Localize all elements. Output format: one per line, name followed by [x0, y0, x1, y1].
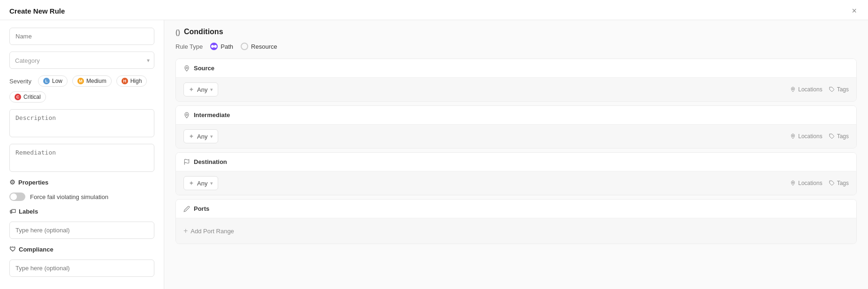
- source-tags-icon: [829, 87, 835, 92]
- high-label: High: [130, 78, 142, 84]
- destination-icon: [183, 159, 190, 165]
- severity-critical-badge[interactable]: C Critical: [9, 91, 46, 103]
- source-locations-label: Locations: [798, 86, 822, 93]
- svg-point-4: [792, 135, 794, 137]
- rule-type-row: Rule Type Path Resource: [175, 43, 857, 50]
- destination-body: ✦ Any ▾ Locations: [176, 171, 856, 195]
- svg-point-0: [186, 67, 188, 69]
- svg-point-7: [792, 182, 794, 184]
- intermediate-any-label: Any: [197, 133, 207, 140]
- rule-type-resource[interactable]: Resource: [241, 43, 277, 50]
- intermediate-location-icon: [790, 133, 796, 139]
- severity-row: Severity L Low M Medium H High C Critica…: [9, 75, 154, 103]
- compliance-label: Compliance: [19, 246, 53, 253]
- source-icon: [183, 65, 190, 72]
- add-port-range-button[interactable]: + Add Port Range: [183, 223, 234, 239]
- destination-tags-button[interactable]: Tags: [829, 180, 849, 186]
- conditions-icon: (): [175, 28, 180, 36]
- toggle-label: Force fail violating simulation: [30, 193, 108, 200]
- properties-label: Properties: [18, 179, 48, 186]
- medium-label: Medium: [86, 78, 107, 84]
- rule-type-label: Rule Type: [175, 43, 203, 50]
- destination-asterisk-icon: ✦: [189, 179, 194, 187]
- severity-high-badge[interactable]: H High: [116, 75, 147, 87]
- severity-label: Severity: [9, 78, 31, 85]
- source-asterisk-icon: ✦: [189, 86, 194, 93]
- properties-icon: ⚙: [9, 178, 15, 186]
- critical-dot: C: [15, 94, 21, 100]
- description-input[interactable]: [9, 109, 154, 137]
- path-radio-circle: [210, 43, 218, 50]
- source-locations-button[interactable]: Locations: [790, 86, 822, 93]
- category-select-wrapper: ▾ Category: [9, 52, 154, 69]
- resource-radio-circle: [241, 43, 248, 50]
- path-label: Path: [221, 43, 233, 50]
- low-label: Low: [52, 78, 62, 84]
- force-fail-toggle[interactable]: [9, 193, 25, 201]
- intermediate-tags-button[interactable]: Tags: [829, 133, 849, 140]
- intermediate-tags-label: Tags: [837, 133, 849, 140]
- compliance-section-header: 🛡 Compliance: [9, 245, 154, 253]
- svg-point-1: [792, 89, 794, 90]
- ports-section: Ports + Add Port Range: [175, 199, 857, 244]
- severity-medium-badge[interactable]: M Medium: [72, 75, 112, 87]
- intermediate-tags-icon: [829, 133, 835, 139]
- intermediate-header: Intermediate: [176, 106, 856, 125]
- rule-type-path[interactable]: Path: [210, 43, 233, 50]
- name-input[interactable]: [9, 28, 154, 45]
- destination-locations-button[interactable]: Locations: [790, 180, 822, 186]
- conditions-label: Conditions: [184, 28, 223, 36]
- ports-header: Ports: [176, 200, 856, 218]
- destination-location-icon: [790, 180, 796, 186]
- destination-section: Destination ✦ Any ▾: [175, 152, 857, 195]
- severity-low-badge[interactable]: L Low: [38, 75, 68, 87]
- ports-body: + Add Port Range: [176, 218, 856, 244]
- source-any-row: ✦ Any ▾ Locations: [183, 82, 849, 96]
- ports-icon: [183, 206, 190, 212]
- source-any-label: Any: [197, 86, 207, 93]
- destination-any-selector[interactable]: ✦ Any ▾: [183, 176, 218, 190]
- right-panel: () Conditions Rule Type Path Resource: [164, 20, 868, 289]
- intermediate-asterisk-icon: ✦: [189, 133, 194, 140]
- properties-section-header: ⚙ Properties: [9, 178, 154, 186]
- high-dot: H: [122, 78, 128, 84]
- destination-any-label: Any: [197, 180, 207, 187]
- modal-header: Create New Rule ×: [0, 0, 868, 20]
- intermediate-any-selector[interactable]: ✦ Any ▾: [183, 129, 218, 143]
- source-any-selector[interactable]: ✦ Any ▾: [183, 82, 218, 96]
- compliance-input[interactable]: [9, 259, 154, 277]
- intermediate-actions: Locations Tags: [790, 133, 849, 140]
- create-rule-modal: Create New Rule × ▾ Category Severity L …: [0, 0, 868, 289]
- source-tags-label: Tags: [837, 86, 849, 93]
- medium-dot: M: [77, 78, 84, 84]
- close-button[interactable]: ×: [850, 7, 859, 15]
- destination-label: Destination: [194, 158, 227, 165]
- remediation-input[interactable]: [9, 144, 154, 172]
- category-select[interactable]: [9, 52, 154, 69]
- destination-locations-label: Locations: [798, 180, 822, 186]
- conditions-title: () Conditions: [175, 28, 857, 36]
- labels-input[interactable]: [9, 222, 154, 239]
- intermediate-section: Intermediate ✦ Any ▾: [175, 105, 857, 148]
- source-location-icon: [790, 87, 796, 92]
- modal-body: ▾ Category Severity L Low M Medium H Hig…: [0, 20, 868, 289]
- svg-point-3: [186, 114, 188, 116]
- source-actions: Locations Tags: [790, 86, 849, 93]
- intermediate-chevron-icon: ▾: [210, 133, 213, 140]
- resource-label: Resource: [251, 43, 277, 50]
- low-dot: L: [43, 78, 50, 84]
- add-port-label: Add Port Range: [190, 228, 234, 235]
- intermediate-label: Intermediate: [194, 111, 230, 119]
- source-label: Source: [194, 65, 214, 72]
- modal-title: Create New Rule: [9, 7, 65, 15]
- add-port-plus-icon: +: [183, 227, 188, 235]
- intermediate-any-row: ✦ Any ▾ Locations: [183, 129, 849, 143]
- source-tags-button[interactable]: Tags: [829, 86, 849, 93]
- intermediate-icon: [183, 112, 190, 119]
- intermediate-locations-label: Locations: [798, 133, 822, 140]
- destination-tags-label: Tags: [837, 180, 849, 186]
- labels-icon: 🏷: [9, 207, 16, 215]
- toggle-row: Force fail violating simulation: [9, 193, 154, 201]
- intermediate-locations-button[interactable]: Locations: [790, 133, 822, 140]
- destination-any-row: ✦ Any ▾ Locations: [183, 176, 849, 190]
